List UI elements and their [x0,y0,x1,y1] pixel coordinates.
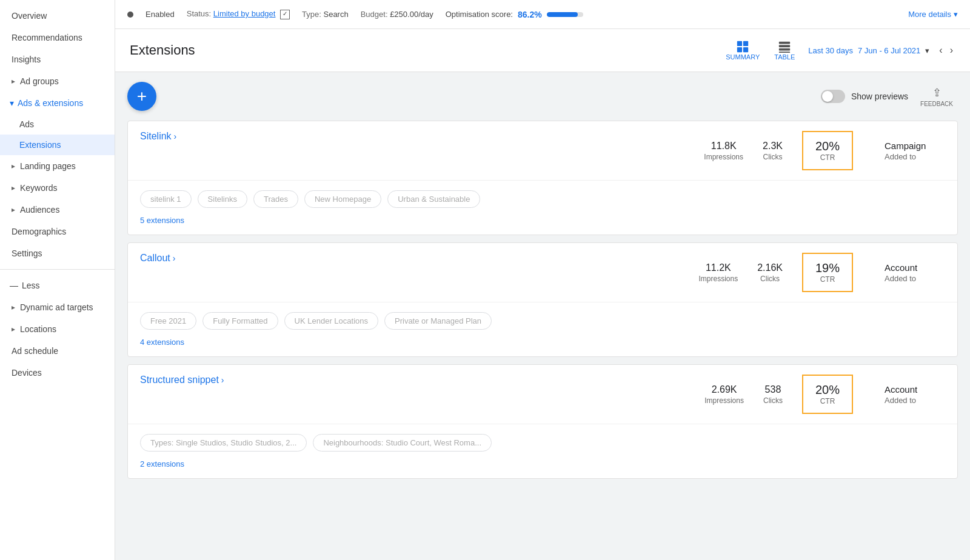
sidebar-item-dynamic-ad-targets[interactable]: ▸ Dynamic ad targets [0,296,115,318]
ctr-label: CTR [815,275,840,284]
summary-view-button[interactable]: SUMMARY [720,36,766,64]
grid-icon [736,40,749,53]
budget-label: Budget: [361,10,388,19]
impressions-stat: 2.69K Impressions [704,384,744,405]
status-icon: ✓ [280,10,290,19]
date-range-value[interactable]: 7 Jun - 6 Jul 2021 [858,46,920,55]
extensions-count-link[interactable]: 2 extensions [140,459,184,468]
sidebar-item-landing-pages[interactable]: ▸ Landing pages [0,155,115,177]
sidebar-item-extensions[interactable]: Extensions [0,135,115,155]
show-previews-section: Show previews [821,90,908,103]
status-dot [127,12,133,18]
sidebar-item-insights[interactable]: Insights [0,48,115,70]
opt-score-section: Optimisation score: 86.2% [446,10,583,19]
sidebar-item-label: Keywords [20,183,57,193]
status-item: Status: Limited by budget ✓ [187,9,290,19]
view-toggle: SUMMARY TABLE [720,36,801,64]
clicks-stat: 2.16K Clicks [757,262,783,283]
preview-chips: Free 2021Fully FormattedUK Lender Locati… [140,312,945,330]
prev-arrow[interactable]: ‹ [937,42,945,58]
ctr-value: 20% [815,383,840,397]
less-label: Less [22,281,40,290]
preview-chip[interactable]: Types: Single Studios, Studio Studios, 2… [140,434,307,452]
ctr-label: CTR [815,153,840,162]
preview-chip[interactable]: Sitelinks [198,190,247,208]
top-bar: Enabled Status: Limited by budget ✓ Type… [115,0,970,29]
impressions-label: Impressions [704,153,743,161]
show-previews-label: Show previews [851,92,908,101]
sidebar-item-ads[interactable]: Ads [0,114,115,135]
date-range: Last 30 days 7 Jun - 6 Jul 2021 ▾ [808,46,929,55]
sidebar-less-button[interactable]: — Less [0,275,115,296]
extension-card-1: Callout › 11.2K Impressions 2.16K Clicks… [127,242,958,357]
preview-chip[interactable]: Urban & Sustainable [387,190,480,208]
date-range-label: Last 30 days [808,46,853,55]
impressions-value: 11.2K [698,262,738,273]
svg-rect-0 [737,41,742,46]
sidebar-divider [0,269,115,270]
sidebar-item-demographics[interactable]: Demographics [0,221,115,242]
added-to-title: Campaign [885,141,945,151]
ext-stats: 11.8K Impressions 2.3K Clicks 20% CTR Ca… [704,131,945,170]
preview-chip[interactable]: Free 2021 [140,312,196,330]
expand-icon: ▸ [12,205,15,214]
clicks-label: Clicks [757,275,783,283]
sidebar-item-settings[interactable]: Settings [0,242,115,264]
added-to-title: Account [885,384,945,395]
extensions-count-link[interactable]: 4 extensions [140,338,184,347]
preview-chip[interactable]: sitelink 1 [140,190,192,208]
impressions-value: 2.69K [704,384,744,395]
sidebar-item-ads-extensions[interactable]: ▾ Ads & extensions [0,92,115,114]
add-extension-button[interactable]: + [127,82,156,111]
sidebar-item-label: Ad groups [20,76,59,86]
type-value: Search [323,10,348,19]
preview-chip[interactable]: Neighbourhoods: Studio Court, West Roma.… [313,434,492,452]
feedback-button[interactable]: ⇪ FEEDBACK [915,84,958,110]
feedback-icon: ⇪ [932,86,942,99]
sidebar-item-devices[interactable]: Devices [0,362,115,384]
enabled-label: Enabled [146,10,175,19]
status-value-link[interactable]: Limited by budget [213,9,276,18]
extensions-count-link[interactable]: 5 extensions [140,216,184,225]
preview-chip[interactable]: Fully Formatted [202,312,278,330]
sidebar-item-recommendations[interactable]: Recommendations [0,27,115,48]
date-dropdown-icon[interactable]: ▾ [925,46,929,55]
action-bar: + Show previews ⇪ FEEDBACK [127,82,958,111]
ext-previews: Free 2021Fully FormattedUK Lender Locati… [128,302,957,356]
sidebar-item-ad-schedule[interactable]: Ad schedule [0,340,115,362]
sidebar-item-label: Extensions [19,140,61,150]
expand-icon: ▸ [12,303,15,312]
sidebar-item-audiences[interactable]: ▸ Audiences [0,199,115,221]
preview-chip[interactable]: UK Lender Locations [284,312,378,330]
ctr-value: 19% [815,261,840,275]
preview-chip[interactable]: New Homepage [304,190,381,208]
sidebar-item-locations[interactable]: ▸ Locations [0,318,115,340]
svg-rect-7 [779,52,790,53]
show-previews-toggle[interactable] [821,90,845,103]
table-view-button[interactable]: TABLE [768,36,801,64]
added-to: Account Added to [872,384,945,405]
ext-type-link[interactable]: Structured snippet › [140,375,224,385]
opt-label: Optimisation score: [446,10,513,19]
sidebar-item-keywords[interactable]: ▸ Keywords [0,177,115,199]
added-to: Campaign Added to [872,141,945,161]
chevron-right-icon: › [221,375,224,385]
table-view-label: TABLE [774,53,795,61]
next-arrow[interactable]: › [948,42,955,58]
type-label: Type: [302,10,321,19]
budget-item: Budget: £250.00/day [361,10,433,19]
ext-type-link[interactable]: Callout › [140,253,175,264]
impressions-label: Impressions [704,396,744,405]
ctr-cell: 19% CTR [802,253,853,292]
preview-chip[interactable]: Trades [253,190,298,208]
more-details-button[interactable]: More details ▾ [908,10,958,19]
ctr-value: 20% [815,139,840,153]
extension-card-0: Sitelink › 11.8K Impressions 2.3K Clicks… [127,121,958,235]
preview-chip[interactable]: Private or Managed Plan [384,312,492,330]
sidebar-item-overview[interactable]: Overview [0,5,115,27]
sidebar-item-adgroups[interactable]: ▸ Ad groups [0,70,115,92]
main-content: Enabled Status: Limited by budget ✓ Type… [115,0,970,560]
preview-chips: sitelink 1SitelinksTradesNew HomepageUrb… [140,190,945,208]
svg-rect-6 [779,48,790,51]
ext-type-link[interactable]: Sitelink › [140,131,176,142]
